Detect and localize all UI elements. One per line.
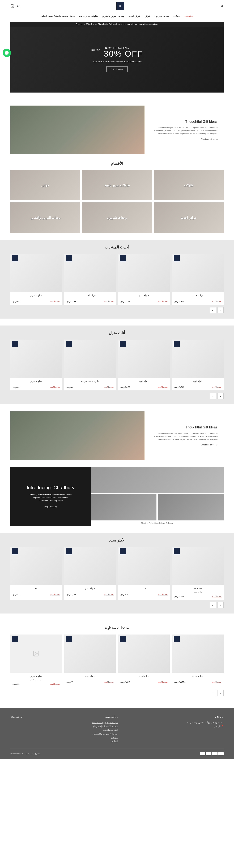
next-button[interactable]: › (210, 393, 216, 399)
product-card[interactable]: طاولة سريرصنع حسب الطلبنفدت الكمية٤٥٠ ر.… (10, 634, 62, 687)
category-card[interactable]: خزائن (10, 170, 80, 200)
product-card[interactable]: T6نفدت الكمية٨٠٠ ر.س (10, 547, 62, 600)
charlbury-thumb[interactable] (158, 494, 224, 521)
add-to-cart-link[interactable]: نفدت الكمية (50, 300, 60, 303)
hero-dot[interactable] (118, 97, 121, 97)
product-card[interactable]: طاولة قهوةنفدت الكمية٢,٠٤٥ ر.س (118, 340, 170, 391)
add-to-cart-link[interactable]: نفدت الكمية (158, 386, 168, 389)
nav-item-custom[interactable]: خدمة التصميم والتنفيذ حسب الطلب (41, 15, 75, 18)
product-card[interactable]: خزانة أحذيةنفدت الكمية١,٧٢٨ ر.س (118, 634, 170, 687)
product-name: طاولة تلفاز (121, 294, 168, 297)
nav-item-shoe[interactable]: خزائن أحذية (129, 15, 140, 18)
charlbury-text: Blending a delicate curved grain with ha… (29, 493, 72, 502)
shop-now-button[interactable]: SHOP NOW (106, 66, 128, 72)
product-name: خزانة أحذية (66, 294, 113, 297)
prev-button[interactable]: ‹ (218, 307, 224, 313)
category-card[interactable]: طاولات سرير جانبية (82, 170, 152, 200)
product-price: ٥٤٠ ر.س (12, 300, 21, 303)
category-card[interactable]: طاولات (154, 170, 224, 200)
categories-section: الأقسام طاولاتطاولات سرير جانبيةخزائنخزا… (10, 161, 224, 233)
featured-section: منتجات مختارة خزانة أحذيةنفدت الكمية١,٨٤… (0, 620, 234, 701)
prev-button[interactable]: ‹ (218, 690, 224, 696)
charlbury-thumb[interactable] (91, 494, 157, 521)
add-to-cart-link[interactable]: نفدت الكمية (212, 681, 222, 683)
nav-item-cabinets[interactable]: خزائن (144, 15, 150, 18)
footer-link[interactable]: اتصل بنا (92, 740, 118, 743)
logo[interactable]: PL (116, 2, 124, 10)
product-card[interactable]: طاولة تلفازنفدت الكمية١,٢٤٨ ر.س (64, 547, 116, 600)
product-card[interactable]: طاولة قهوةنفدت الكمية١,٤٨٩ ر.س (172, 340, 224, 391)
account-icon[interactable] (220, 4, 224, 8)
next-button[interactable]: › (210, 602, 216, 608)
product-name: طاولة قهوة (174, 380, 222, 382)
product-image (172, 254, 224, 292)
nav-item-tv[interactable]: وحدات تلفزيون (155, 15, 169, 18)
add-to-cart-link[interactable]: نفدت الكمية (212, 300, 222, 303)
charlbury-caption: Charlbury Painted from Painted Collectio… (91, 521, 224, 526)
copyright: الحقوق محفوظة | 2023 ©Plain Lads (10, 752, 40, 755)
prev-button[interactable]: ‹ (218, 393, 224, 399)
product-name: طاولة سرير (12, 380, 60, 382)
add-to-cart-link[interactable]: نفدت الكمية (50, 386, 60, 389)
cart-icon[interactable] (10, 4, 14, 8)
product-card[interactable]: خزانة أحذيةنفدت الكمية١,٢٠٠ ر.س (64, 254, 116, 305)
product-card[interactable]: طاولة تلفازنفدت الكمية١,٢٤٨ ر.س (118, 254, 170, 305)
promo-link[interactable]: Christmas gift ideas (151, 138, 218, 140)
hero-slide[interactable]: BLACK FRIDAY SALE UP TO 30% OFF Save on … (10, 27, 224, 93)
product-card[interactable]: 113نفدت الكمية٨٦٤ ر.س (118, 547, 170, 600)
promo-image (10, 411, 144, 460)
nav-item-tables[interactable]: طاولات (173, 15, 180, 18)
footer-link[interactable]: من نحن (92, 736, 118, 740)
add-to-cart-link[interactable]: نفدت الكمية (104, 300, 113, 303)
category-card[interactable]: وحدات العرض والتخزين (10, 203, 80, 233)
category-card[interactable]: خزائن أحذية (154, 203, 224, 233)
add-to-cart-link[interactable]: نفدت الكمية (158, 300, 168, 303)
prev-button[interactable]: ‹ (218, 602, 224, 608)
bestsellers-section: الأكثر مبيعا FCT103طاولة جانبيةنفدت الكم… (0, 533, 234, 614)
product-card[interactable]: طاولة جانبية بأرففنفدت الكمية٥٤٠ ر.س (64, 340, 116, 391)
charlbury-link[interactable]: Shop Charlbury (44, 506, 57, 508)
section-title: الأكثر مبيعا (10, 538, 224, 542)
product-card[interactable]: طاولة تلفازنفدت الكمية٩٦٠ ر.س (64, 634, 116, 687)
search-icon[interactable] (17, 4, 20, 8)
add-to-cart-link[interactable]: نفدت الكمية (104, 681, 113, 683)
promo-gift-ideas: Thoughtful Gift Ideas To help inspire yo… (10, 105, 224, 154)
add-to-cart-link[interactable]: نفدت الكمية (158, 593, 168, 596)
add-to-cart-link[interactable]: نفدت الكمية (158, 681, 168, 683)
product-image (10, 634, 62, 673)
add-to-cart-link[interactable]: نفدت الكمية (212, 386, 222, 389)
product-price: ٢,٠٤٥ ر.س (121, 386, 130, 389)
footer-heading: من نحن (187, 715, 224, 718)
add-to-cart-link[interactable]: نفدت الكمية (212, 595, 222, 597)
product-card[interactable]: خزانة أحذيةنفدت الكمية١,٨٤٤.٤١ ر.س (172, 634, 224, 687)
promo-title: Thoughtful Gift Ideas (151, 120, 218, 124)
add-to-cart-link[interactable]: نفدت الكمية (104, 386, 113, 389)
product-card[interactable]: طاولة سريرنفدت الكمية٥٤٠ ر.س (10, 340, 62, 391)
add-to-cart-link[interactable]: نفدت الكمية (104, 593, 113, 596)
promo-link[interactable]: Christmas gift ideas (151, 444, 218, 446)
product-image (172, 547, 224, 585)
product-image (118, 254, 170, 292)
add-to-cart-link[interactable]: نفدت الكمية (50, 683, 60, 685)
add-to-cart-link[interactable]: نفدت الكمية (50, 593, 60, 596)
whatsapp-button[interactable] (3, 49, 11, 57)
footer-link[interactable]: سياسة الخصوصية والاستخدام (92, 732, 118, 736)
footer-location: 📍 الرياض (187, 724, 224, 728)
hero-dot[interactable] (113, 97, 116, 97)
nav-item-bedside[interactable]: طاولات سرير جانبية (79, 15, 98, 18)
footer-links: روابط مهمة سياسة الإرجاع ورد المدفوعاتسي… (92, 715, 118, 743)
category-card[interactable]: وحدات تلفزيون (82, 203, 152, 233)
next-button[interactable]: › (210, 307, 216, 313)
footer-link[interactable]: الشروط والأحكام (92, 728, 118, 732)
footer-link[interactable]: سياسة الاستبدال والاسترجاع (92, 724, 118, 728)
product-card[interactable]: FCT103طاولة جانبيةنفدت الكمية١,٠٠٠ ر.س (172, 547, 224, 600)
footer-link[interactable]: سياسة الإرجاع ورد المدفوعات (92, 721, 118, 724)
product-price: ٨٦٤ ر.س (121, 593, 128, 596)
nav-item-display[interactable]: وحدات العرض والتخزين (102, 15, 124, 18)
hero: Enjoy up to 30% off in our Black Friday … (10, 22, 224, 100)
product-card[interactable]: طاولة سريرنفدت الكمية٥٤٠ ر.س (10, 254, 62, 305)
product-card[interactable]: خزانة أحذيةنفدت الكمية١,٨٤٤ ر.س (172, 254, 224, 305)
product-image (64, 340, 116, 378)
nav-item-sale[interactable]: تخفيضات (185, 15, 193, 18)
next-button[interactable]: › (210, 690, 216, 696)
